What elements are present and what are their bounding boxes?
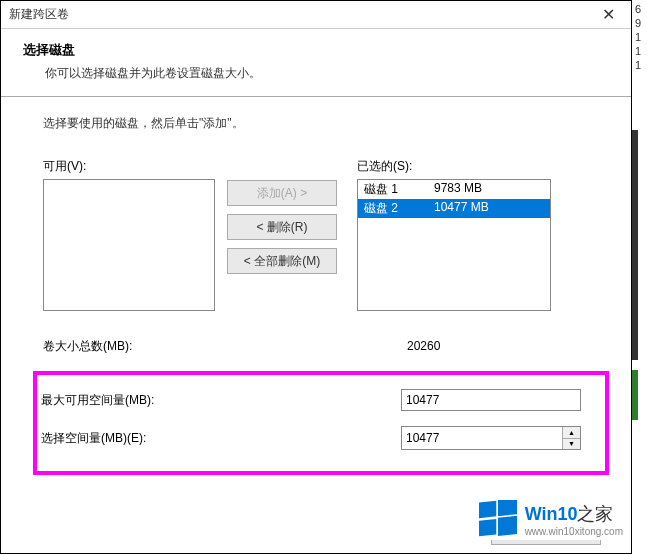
total-size-row: 卷大小总数(MB): 20260: [43, 333, 601, 359]
disk-size: 9783 MB: [434, 181, 482, 198]
titlebar: 新建跨区卷 ✕: [1, 1, 631, 29]
available-label: 可用(V):: [43, 158, 215, 175]
svg-rect-1: [498, 500, 517, 516]
total-size-value: 20260: [403, 339, 440, 353]
selected-listbox[interactable]: 磁盘 1 9783 MB 磁盘 2 10477 MB: [357, 179, 551, 311]
transfer-buttons: 添加(A) > < 删除(R) < 全部删除(M): [227, 180, 337, 274]
dialog-title: 新建跨区卷: [9, 6, 69, 23]
select-space-label: 选择空间量(MB)(E):: [41, 430, 401, 447]
max-space-row: 最大可用空间量(MB):: [41, 387, 601, 413]
max-space-input[interactable]: [401, 389, 581, 411]
content-panel: 选择要使用的磁盘，然后单击"添加"。 可用(V): 添加(A) > < 删除(R…: [1, 96, 631, 485]
svg-rect-2: [479, 519, 496, 536]
header-section: 选择磁盘 你可以选择磁盘并为此卷设置磁盘大小。: [1, 29, 631, 96]
disk-name: 磁盘 1: [364, 181, 434, 198]
highlight-annotation: 最大可用空间量(MB): 选择空间量(MB)(E): ▲ ▼: [33, 371, 609, 475]
instruction-text: 选择要使用的磁盘，然后单击"添加"。: [43, 115, 601, 132]
remove-button[interactable]: < 删除(R): [227, 214, 337, 240]
available-column: 可用(V):: [43, 158, 215, 311]
value-section: 卷大小总数(MB): 20260 最大可用空间量(MB): 选择空间量(MB)(…: [43, 333, 601, 475]
select-space-row: 选择空间量(MB)(E): ▲ ▼: [41, 425, 601, 451]
available-listbox[interactable]: [43, 179, 215, 311]
svg-rect-0: [479, 501, 496, 518]
page-title: 选择磁盘: [23, 41, 609, 59]
list-item[interactable]: 磁盘 1 9783 MB: [358, 180, 550, 199]
disk-selection-row: 可用(V): 添加(A) > < 删除(R) < 全部删除(M) 已选的(S):…: [43, 158, 601, 311]
spinner-buttons: ▲ ▼: [562, 427, 580, 449]
selected-column: 已选的(S): 磁盘 1 9783 MB 磁盘 2 10477 MB: [357, 158, 551, 311]
total-size-label: 卷大小总数(MB):: [43, 338, 403, 355]
disk-size: 10477 MB: [434, 200, 489, 217]
background-window-edge: 6 9 1 1 1: [632, 0, 647, 554]
max-space-label: 最大可用空间量(MB):: [41, 392, 401, 409]
spinner-down-button[interactable]: ▼: [563, 439, 580, 450]
disk-name: 磁盘 2: [364, 200, 434, 217]
close-button[interactable]: ✕: [593, 5, 623, 24]
select-space-input[interactable]: [402, 427, 562, 449]
selected-label: 已选的(S):: [357, 158, 551, 175]
remove-all-button[interactable]: < 全部删除(M): [227, 248, 337, 274]
page-description: 你可以选择磁盘并为此卷设置磁盘大小。: [23, 65, 609, 82]
select-space-spinner[interactable]: ▲ ▼: [401, 426, 581, 450]
watermark-url: www.win10xitong.com: [525, 526, 623, 537]
new-spanned-volume-dialog: 新建跨区卷 ✕ 选择磁盘 你可以选择磁盘并为此卷设置磁盘大小。 选择要使用的磁盘…: [0, 0, 632, 554]
svg-rect-3: [498, 516, 517, 536]
list-item[interactable]: 磁盘 2 10477 MB: [358, 199, 550, 218]
windows-logo-icon: [479, 500, 517, 538]
spinner-up-button[interactable]: ▲: [563, 427, 580, 439]
add-button[interactable]: 添加(A) >: [227, 180, 337, 206]
watermark-brand: Win10之家: [525, 502, 623, 526]
watermark-text: Win10之家 www.win10xitong.com: [525, 502, 623, 537]
watermark: Win10之家 www.win10xitong.com: [475, 498, 627, 540]
